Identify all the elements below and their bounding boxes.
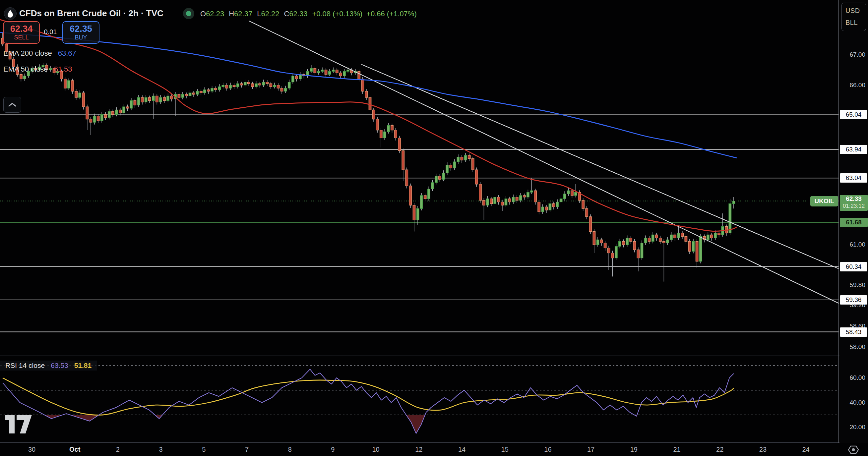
candle-down (192, 93, 195, 94)
timezone-clock-icon[interactable] (847, 445, 859, 456)
candle-down (266, 82, 269, 84)
candle-up (567, 191, 570, 194)
candle-up (262, 82, 265, 85)
candle-down (163, 97, 166, 100)
time-axis[interactable]: 30Oct2357891012141516171921222324 (0, 443, 868, 456)
green-line-price-label: 61.68 (840, 218, 868, 227)
candle-up (457, 157, 460, 162)
candle-up (699, 236, 702, 261)
candle-down (552, 203, 555, 207)
buy-label: BUY (74, 34, 87, 41)
candle-down (296, 76, 298, 79)
candle-up (435, 176, 438, 183)
low-label: L (257, 10, 261, 18)
currency-unit-selector[interactable]: USD BLL (841, 3, 866, 31)
ema200-line[interactable] (0, 32, 737, 158)
candle-down (258, 84, 261, 85)
candle-down (270, 84, 272, 87)
candle-down (148, 97, 151, 100)
candle-down (82, 93, 85, 107)
candle-up (292, 76, 294, 82)
chart-canvas[interactable] (0, 0, 868, 456)
tradingview-logo[interactable] (5, 415, 32, 435)
candle-up (641, 243, 643, 258)
candle-down (659, 238, 662, 241)
ema200-legend[interactable]: EMA 200 close63.67 (3, 49, 76, 58)
rsi-legend[interactable]: RSI 14 close 63.53 51.81 (0, 361, 97, 370)
candle-down (369, 97, 371, 110)
ohlc-readout: O62.23H62.37L62.22C62.33+0.08 (+0.13%)+0… (200, 10, 421, 18)
candle-down (215, 88, 217, 90)
price-tick: 67.00 (839, 51, 868, 59)
candle-down (523, 196, 526, 197)
candle-down (611, 253, 614, 258)
candle-down (545, 207, 548, 210)
candle-up (692, 241, 694, 251)
ema50-legend[interactable]: EMA 50 close61.53 (3, 65, 72, 73)
candle-up (100, 115, 103, 121)
time-tick: 19 (621, 446, 647, 453)
candle-down (439, 176, 441, 180)
candle-down (655, 235, 658, 238)
trendline[interactable] (362, 64, 839, 269)
candle-down (376, 119, 379, 130)
candle-down (280, 88, 283, 91)
time-tick: 30 (19, 446, 45, 453)
candle-down (468, 156, 470, 159)
candle-up (549, 203, 551, 210)
rsi-oversold-fill (3, 369, 734, 433)
candle-down (589, 217, 592, 232)
high-label: H (229, 10, 234, 18)
rsi-tick: 20.00 (839, 423, 868, 431)
candle-up (24, 76, 26, 79)
candle-up (229, 85, 232, 88)
candle-down (170, 96, 173, 99)
trendline[interactable] (249, 21, 839, 303)
candle-down (156, 96, 158, 102)
candle-up (541, 207, 544, 212)
open-value: 62.23 (206, 10, 224, 18)
candle-down (674, 235, 676, 238)
candle-down (534, 191, 537, 202)
candle-down (475, 170, 478, 184)
candle-up (651, 235, 654, 241)
time-tick: 22 (707, 446, 733, 453)
symbol-oil-drop-icon (4, 7, 17, 20)
bar-countdown: 01:23:12 (840, 203, 868, 209)
buy-button[interactable]: 62.35 BUY (62, 21, 99, 44)
candle-down (637, 250, 640, 258)
chart-title[interactable]: CFDs on Brent Crude Oil · 2h · TVC (19, 8, 163, 19)
candle-up (310, 68, 313, 71)
time-tick: 2 (104, 446, 131, 453)
candle-up (196, 91, 198, 94)
collapse-legend-button[interactable] (3, 97, 21, 113)
candle-up (416, 208, 419, 220)
candle-down (398, 138, 401, 151)
candle-down (450, 165, 452, 168)
candle-down (695, 241, 698, 261)
line-price-label: 63.04 (840, 173, 867, 183)
candle-down (97, 116, 99, 121)
candle-up (626, 238, 629, 245)
rsi-signal-line[interactable] (3, 378, 734, 415)
candle-down (324, 70, 327, 74)
ema200-label: EMA 200 close (3, 49, 52, 57)
candle-up (93, 116, 96, 122)
market-status-icon[interactable] (183, 8, 194, 19)
candle-down (185, 94, 188, 96)
ema50-line[interactable] (0, 20, 737, 231)
close-value: 62.33 (289, 10, 307, 18)
price-axis[interactable]: USD BLL 62.33 01:23:12 61.68 67.0066.006… (839, 0, 868, 456)
candle-up (494, 197, 496, 204)
ema50-label: EMA 50 close (3, 65, 48, 73)
candle-down (71, 80, 74, 91)
candle-down (600, 239, 603, 243)
sell-button[interactable]: 62.34 SELL (3, 21, 40, 44)
candle-down (86, 107, 89, 119)
rsi-line[interactable] (3, 369, 734, 433)
rsi-tick: 40.00 (839, 398, 868, 407)
buy-price: 62.35 (70, 24, 92, 34)
change-value: +0.08 (+0.13%) (312, 10, 362, 18)
time-tick: 24 (793, 446, 819, 453)
candle-down (207, 90, 210, 92)
